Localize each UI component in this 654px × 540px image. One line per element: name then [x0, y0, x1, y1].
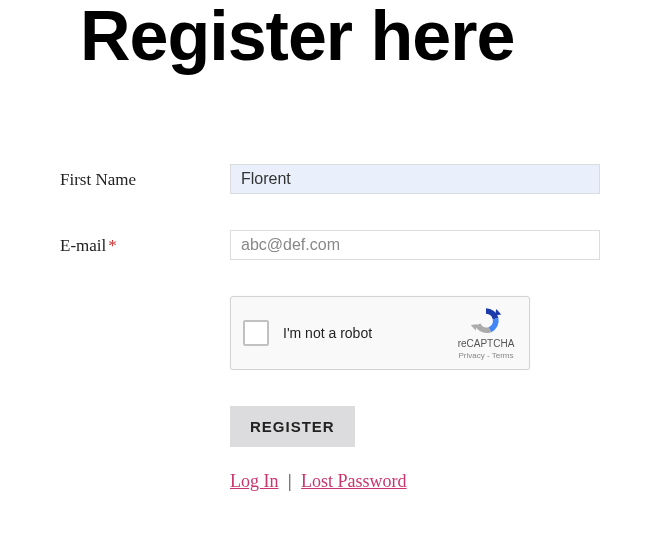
page-title: Register here [80, 0, 654, 74]
first-name-label: First Name [60, 164, 230, 190]
email-label: E-mail* [60, 230, 230, 256]
email-row: E-mail* [60, 230, 654, 260]
submit-row: REGISTER [60, 406, 654, 447]
register-button[interactable]: REGISTER [230, 406, 355, 447]
recaptcha-row: I'm not a robot reCAPTCHA Privacy - Term… [60, 296, 654, 370]
auth-links: Log In | Lost Password [230, 471, 654, 492]
recaptcha-widget: I'm not a robot reCAPTCHA Privacy - Term… [230, 296, 530, 370]
recaptcha-legal[interactable]: Privacy - Terms [453, 351, 519, 361]
svg-marker-0 [495, 309, 501, 315]
svg-marker-1 [471, 324, 477, 330]
link-separator: | [288, 471, 292, 491]
email-label-text: E-mail [60, 236, 106, 255]
first-name-input[interactable] [230, 164, 600, 194]
recaptcha-label: I'm not a robot [283, 325, 372, 341]
email-input[interactable] [230, 230, 600, 260]
recaptcha-checkbox[interactable] [243, 320, 269, 346]
login-link[interactable]: Log In [230, 471, 279, 491]
required-mark: * [108, 236, 117, 255]
recaptcha-logo-icon [470, 305, 502, 337]
lost-password-link[interactable]: Lost Password [301, 471, 407, 491]
first-name-row: First Name [60, 164, 654, 194]
recaptcha-brand: reCAPTCHA [453, 338, 519, 349]
